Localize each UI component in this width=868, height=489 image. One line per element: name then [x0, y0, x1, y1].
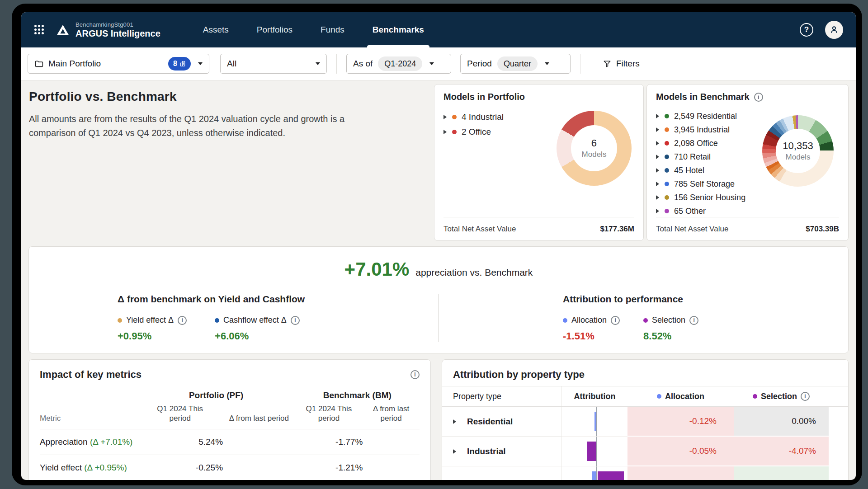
expand-caret-icon[interactable] — [656, 114, 659, 118]
col-header-selection: Selection i — [734, 392, 829, 401]
expand-caret-icon[interactable] — [656, 141, 659, 146]
col-header-attribution: Attribution — [562, 392, 627, 401]
bm-q1-value: -1.21% — [295, 463, 363, 473]
property-name: Industrial — [467, 447, 506, 456]
info-icon[interactable]: i — [611, 316, 620, 325]
table-row-appreciation[interactable]: Appreciation (Δ +7.01%) 5.24% -1.77% — [40, 429, 420, 455]
attribution-table-body: Residential -0.12% 0.00% Industrial — [442, 407, 848, 480]
filters-button-label: Filters — [616, 59, 640, 69]
chevron-down-icon — [545, 62, 549, 65]
selection-bar — [587, 442, 596, 461]
impact-of-key-metrics-card: Impact of key metrics i Portfolio (PF) B… — [28, 359, 431, 480]
info-icon[interactable]: i — [410, 370, 420, 379]
portfolio-donut-chart[interactable]: 6 Models — [557, 111, 632, 186]
expand-caret-icon[interactable] — [656, 209, 659, 213]
expand-caret-icon[interactable] — [656, 168, 659, 173]
info-icon[interactable]: i — [801, 392, 810, 401]
allocation-value — [627, 466, 734, 480]
top-navigation-bar: BenchamrkingStg001 ARGUS Intelligence As… — [21, 12, 856, 47]
allocation-value: -1.51% — [563, 330, 620, 342]
tab-portfolios[interactable]: Portfolios — [256, 12, 293, 47]
models-in-benchmark-card: Models in Benchmarki 2,549 Residential 3… — [646, 84, 849, 241]
page-description: All amounts are from the results of the … — [29, 112, 363, 140]
legend-item-senior-housing[interactable]: 156 Senior Housing — [656, 191, 839, 204]
table-row-residential[interactable]: Residential -0.12% 0.00% — [442, 407, 848, 437]
help-icon[interactable]: ? — [800, 23, 813, 37]
table-row-yield-effect[interactable]: Yield effect (Δ +0.95%) -0.25% -1.21% — [40, 455, 420, 480]
chevron-down-icon — [316, 62, 320, 65]
legend-dot — [118, 318, 122, 323]
tab-benchmarks[interactable]: Benchmarks — [372, 12, 425, 47]
benchmark-donut-chart[interactable]: 10,353 Models — [762, 115, 834, 187]
info-icon[interactable]: i — [178, 316, 187, 325]
tnav-label: Total Net Asset Value — [443, 225, 516, 234]
appreciation-label: appreciation vs. Benchmark — [415, 267, 533, 278]
expand-caret-icon[interactable] — [453, 419, 456, 424]
folder-icon — [34, 59, 44, 69]
col-header-bm-q1: Q1 2024 This period — [295, 404, 363, 423]
primary-nav-tabs: Assets Portfolios Funds Benchmarks — [202, 12, 425, 47]
pf-q1-value: 5.24% — [137, 437, 223, 447]
main-content: Portfolio vs. Benchmark All amounts are … — [21, 80, 856, 480]
selection-value: 8.52% — [643, 330, 698, 342]
building-icon — [179, 61, 186, 67]
metric-delta: (Δ +0.95%) — [84, 463, 127, 472]
expand-caret-icon[interactable] — [656, 195, 659, 200]
yield-effect-label: Yield effect Δ — [126, 315, 174, 325]
app-launcher-icon[interactable] — [34, 24, 45, 35]
scope-selector-value: All — [227, 59, 236, 69]
expand-caret-icon[interactable] — [453, 449, 456, 454]
legend-dot — [665, 195, 669, 200]
filters-button[interactable]: Filters — [603, 59, 640, 69]
donut-center-value: 10,353 — [783, 140, 813, 152]
legend-dot — [665, 127, 669, 132]
expand-caret-icon[interactable] — [656, 155, 659, 159]
expand-caret-icon[interactable] — [443, 115, 447, 119]
selection-bar — [598, 471, 624, 480]
allocation-bar — [592, 471, 596, 480]
legend-dot — [665, 168, 669, 173]
tnav-label: Total Net Asset Value — [656, 225, 728, 234]
table-row-industrial[interactable]: Industrial -0.05% -4.07% — [442, 437, 848, 466]
expand-caret-icon[interactable] — [656, 182, 659, 186]
period-dropdown[interactable]: Period Quarter — [460, 54, 571, 74]
legend-label: Industrial — [469, 112, 504, 122]
bm-q1-value: -1.77% — [295, 437, 363, 447]
user-avatar[interactable] — [825, 21, 843, 39]
filter-bar: Main Portfolio 8 All As of Q1-2024 Perio… — [21, 47, 856, 80]
portfolio-count: 8 — [173, 60, 177, 68]
table-row-partial[interactable] — [442, 466, 848, 480]
expand-caret-icon[interactable] — [656, 127, 659, 132]
portfolio-selector-dropdown[interactable]: Main Portfolio 8 — [28, 54, 209, 74]
tab-assets[interactable]: Assets — [202, 12, 230, 47]
portfolio-count-badge: 8 — [168, 57, 191, 71]
models-in-benchmark-title: Models in Benchmark — [656, 92, 750, 102]
as-of-dropdown[interactable]: As of Q1-2024 — [346, 54, 451, 74]
donut-center-label: Models — [582, 150, 607, 159]
donut-center-value: 6 — [591, 137, 597, 149]
selection-dot — [753, 394, 757, 399]
performance-summary-panel: +7.01% appreciation vs. Benchmark Δ from… — [28, 246, 849, 353]
legend-item-other[interactable]: 65 Other — [656, 204, 839, 218]
allocation-bar — [594, 412, 596, 431]
info-icon[interactable]: i — [754, 93, 763, 102]
argus-logo-icon — [57, 24, 69, 36]
allocation-value: -0.05% — [627, 437, 734, 466]
expand-caret-icon[interactable] — [443, 130, 447, 134]
tab-funds[interactable]: Funds — [320, 12, 345, 47]
as-of-value-pill: Q1-2024 — [378, 56, 422, 71]
scope-selector-dropdown[interactable]: All — [220, 54, 327, 74]
total-net-asset-value-row: Total Net Asset Value $177.36M — [443, 217, 634, 240]
info-icon[interactable]: i — [689, 316, 698, 325]
attribution-table-header: Property type Attribution Allocation Sel… — [442, 386, 848, 407]
selection-value: 0.00% — [734, 407, 829, 437]
attribution-card-title: Attribution by property type — [453, 369, 585, 381]
legend-label: Office — [469, 127, 491, 136]
selection-label: Selection — [652, 315, 685, 325]
funnel-icon — [603, 59, 612, 68]
metric-delta: (Δ +7.01%) — [90, 437, 133, 447]
pf-q1-value: -0.25% — [137, 463, 223, 473]
yield-cashflow-section: Δ from benchmark on Yield and Cashflow Y… — [29, 294, 439, 342]
info-icon[interactable]: i — [291, 316, 300, 325]
allocation-dot — [657, 394, 661, 399]
